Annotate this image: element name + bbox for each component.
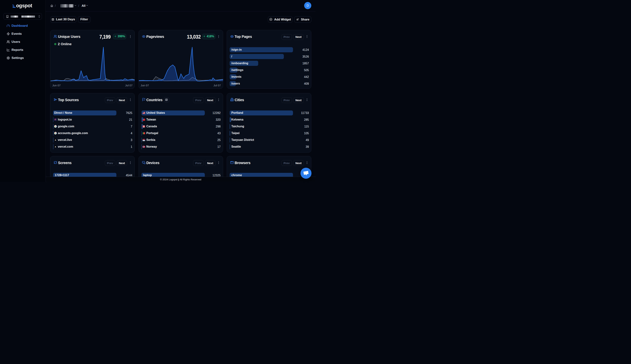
svg-text:12: 12 [52, 19, 54, 20]
